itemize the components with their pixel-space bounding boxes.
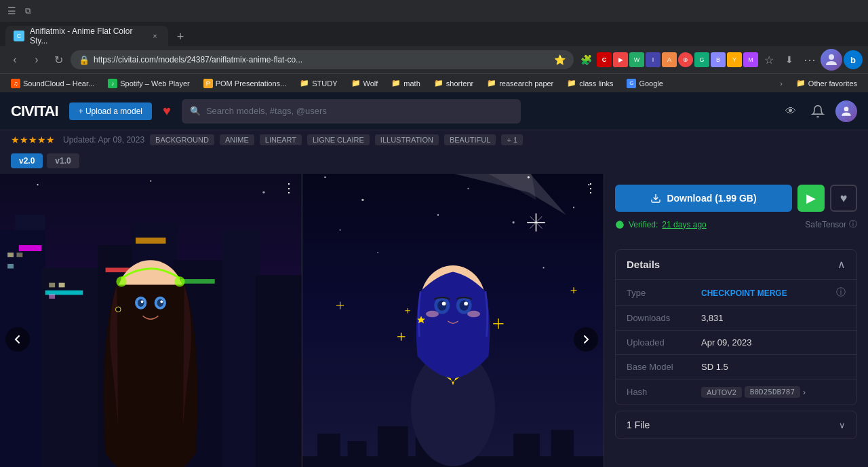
bookmark-bar: ♫ SoundCloud – Hear... ♪ Spotify – Web P… xyxy=(0,73,868,92)
search-bar[interactable]: 🔍 Search models, #tags, @users xyxy=(182,99,521,124)
verified-label: Verified: xyxy=(629,220,658,229)
bookmark-research[interactable]: 📁 reasearch paper xyxy=(481,76,559,91)
detail-row-downloads: Downloads 3,831 xyxy=(616,306,856,331)
version-v20-button[interactable]: v2.0 xyxy=(11,153,43,168)
refresh-button[interactable]: ↻ xyxy=(49,50,68,69)
bookmark-other-favorites[interactable]: 📁 Other favorites xyxy=(791,76,863,91)
bookmark-class[interactable]: 📁 class links xyxy=(561,76,618,91)
more-button[interactable]: ⋯ xyxy=(800,50,819,69)
ext-10[interactable]: M xyxy=(743,52,758,67)
version-v10-button[interactable]: v1.0 xyxy=(47,153,79,168)
visibility-off-icon[interactable]: 👁 xyxy=(781,102,800,121)
verified-row: Verified: 21 days ago SafeTensor ⓘ xyxy=(615,219,857,230)
ext-3[interactable]: W xyxy=(629,52,644,67)
ext-5[interactable]: A xyxy=(662,52,677,67)
ext-7[interactable]: G xyxy=(694,52,709,67)
update-date: Updated: Apr 09, 2023 xyxy=(63,135,144,145)
checkpoint-merge-badge[interactable]: CHECKPOINT MERGE xyxy=(701,288,787,298)
hash-type-badge[interactable]: AUTOV2 xyxy=(701,387,742,398)
bookmark-wolf[interactable]: 📁 Wolf xyxy=(346,76,384,91)
gallery-next-button[interactable] xyxy=(574,327,598,352)
ext-9[interactable]: Y xyxy=(727,52,742,67)
gallery-prev-button[interactable] xyxy=(5,327,30,352)
bookmark-wolf-label: Wolf xyxy=(363,79,378,88)
ext-6[interactable]: ⊕ xyxy=(678,52,693,67)
svg-point-1 xyxy=(844,107,849,111)
model-sidebar: Download (1.99 GB) ▶ ♥ Verified: 21 days… xyxy=(604,174,868,467)
image-right-menu-button[interactable]: ⋮ xyxy=(585,181,597,195)
bookmark-pom-label: POM Presentations... xyxy=(216,79,287,88)
active-tab[interactable]: C Aniflatmix - Anime Flat Color Sty... × xyxy=(5,26,168,46)
user-avatar[interactable] xyxy=(821,49,842,71)
ext-4[interactable]: I xyxy=(646,52,660,67)
upload-model-button[interactable]: + Upload a model xyxy=(69,102,152,120)
save-button[interactable]: ♥ xyxy=(830,185,857,212)
tag-ligne-claire[interactable]: LIGNE CLAIRE xyxy=(307,134,370,145)
tag-background[interactable]: BACKGROUND xyxy=(150,134,214,145)
details-panel: Details ∧ Type CHECKPOINT MERGE ⓘ Downlo… xyxy=(615,249,857,405)
svg-point-32 xyxy=(138,299,144,306)
notifications-icon[interactable] xyxy=(808,102,827,121)
tag-lineart[interactable]: LINEART xyxy=(260,134,302,145)
detail-row-type: Type CHECKPOINT MERGE ⓘ xyxy=(616,280,856,306)
bookmark-shortenr[interactable]: 📁 shortenr xyxy=(429,76,479,91)
tab-close-button[interactable]: × xyxy=(150,31,160,41)
new-tab-button[interactable]: + xyxy=(171,27,190,46)
bookmark-more[interactable]: › xyxy=(774,76,788,91)
hash-section: AUTOV2 B0D25DB787 › xyxy=(701,386,806,398)
spotify-icon: ♪ xyxy=(108,79,117,88)
bookmark-soundcloud[interactable]: ♫ SoundCloud – Hear... xyxy=(5,76,100,91)
tag-anime[interactable]: ANIME xyxy=(220,134,254,145)
nav-icons: 🧩 C ▶ W I A ⊕ G B Y M ☆ ⬇ ⋯ b xyxy=(576,49,863,71)
type-info-icon[interactable]: ⓘ xyxy=(836,286,846,299)
detail-row-uploaded: Uploaded Apr 09, 2023 xyxy=(616,331,856,355)
tag-beautiful[interactable]: BEAUTIFUL xyxy=(444,134,496,145)
bookmark-spotify-label: Spotify – Web Player xyxy=(120,79,190,88)
details-collapse-button[interactable]: ∧ xyxy=(837,258,846,271)
files-collapse-button[interactable]: ∨ xyxy=(839,420,846,430)
extensions-icon[interactable]: 🧩 xyxy=(576,50,595,69)
hash-value-text: B0D25DB787 xyxy=(745,386,800,398)
downloads-icon[interactable]: ⬇ xyxy=(780,50,799,69)
svg-point-40 xyxy=(324,176,326,178)
type-label: Type xyxy=(627,288,701,298)
image-left-menu-button[interactable]: ⋮ xyxy=(283,181,295,195)
bookmark-math[interactable]: 📁 math xyxy=(386,76,425,91)
svg-point-41 xyxy=(361,199,363,201)
svg-point-76 xyxy=(464,301,468,305)
verified-date-link[interactable]: 21 days ago xyxy=(662,220,706,229)
bing-icon[interactable]: b xyxy=(844,50,863,69)
run-button[interactable]: ▶ xyxy=(797,185,825,212)
tab-strip-icon[interactable]: ⧉ xyxy=(22,5,34,17)
chevron-right-icon: › xyxy=(780,79,783,88)
svg-rect-18 xyxy=(7,264,14,269)
bookmark-study[interactable]: 📁 STUDY xyxy=(294,76,342,91)
bookmarks-icon[interactable]: ☆ xyxy=(760,50,778,69)
download-button[interactable]: Download (1.99 GB) xyxy=(615,185,792,212)
rating-stars: ★★★★★ xyxy=(11,134,55,145)
svg-point-34 xyxy=(141,300,144,303)
safe-tensor-info-icon[interactable]: ⓘ xyxy=(849,219,857,230)
svg-rect-16 xyxy=(7,253,14,257)
svg-point-0 xyxy=(829,54,834,60)
class-folder-icon: 📁 xyxy=(567,79,576,88)
ext-1[interactable]: C xyxy=(597,52,612,67)
svg-point-35 xyxy=(161,300,163,303)
user-profile-avatar[interactable] xyxy=(835,100,857,122)
detail-row-hash: Hash AUTOV2 B0D25DB787 › xyxy=(616,379,856,405)
hash-arrow-button[interactable]: › xyxy=(803,388,806,397)
tag-illustration[interactable]: ILLUSTRATION xyxy=(375,134,439,145)
bookmark-spotify[interactable]: ♪ Spotify – Web Player xyxy=(102,76,195,91)
forward-button[interactable]: › xyxy=(27,50,46,69)
bookmark-google[interactable]: G Google xyxy=(621,76,668,91)
ext-2[interactable]: ▶ xyxy=(613,52,628,67)
back-button[interactable]: ‹ xyxy=(5,50,24,69)
study-folder-icon: 📁 xyxy=(300,79,309,88)
bookmark-pom[interactable]: P POM Presentations... xyxy=(198,76,292,91)
site-logo[interactable]: CIVITAI xyxy=(11,102,58,120)
version-bar: v2.0 v1.0 xyxy=(0,149,868,174)
address-bar[interactable]: 🔒 https://civitai.com/models/24387/anifl… xyxy=(71,50,574,69)
sidebar-toggle-icon[interactable]: ☰ xyxy=(5,5,18,17)
ext-8[interactable]: B xyxy=(711,52,726,67)
favorites-heart-icon[interactable]: ♥ xyxy=(163,103,171,119)
